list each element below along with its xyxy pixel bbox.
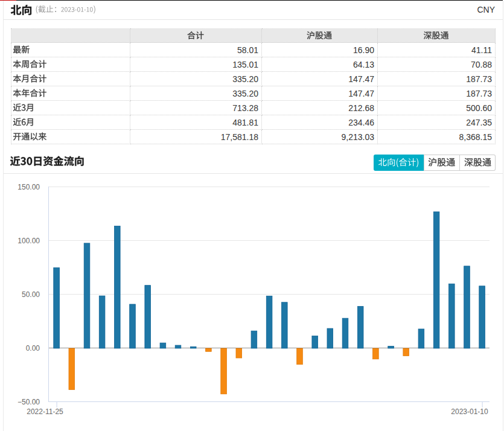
svg-text:2023-01-10: 2023-01-10 — [451, 407, 488, 416]
svg-text:−50.00: −50.00 — [18, 398, 40, 406]
svg-text:150.00: 150.00 — [18, 183, 40, 191]
svg-text:0.00: 0.00 — [26, 344, 40, 353]
svg-text:2022-11-25: 2022-11-25 — [27, 407, 63, 416]
svg-text:50.00: 50.00 — [22, 290, 40, 299]
svg-text:100.00: 100.00 — [18, 237, 40, 245]
